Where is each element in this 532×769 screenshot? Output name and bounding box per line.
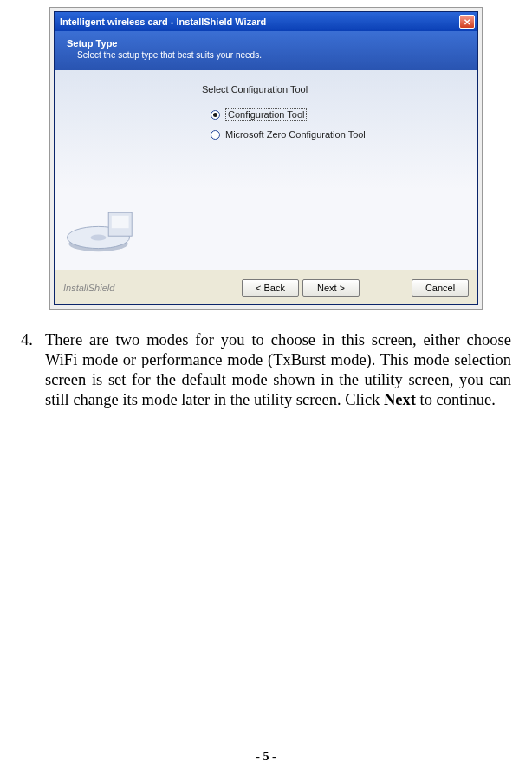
cd-artwork-icon <box>63 183 141 261</box>
wizard-header: Setup Type Select the setup type that be… <box>55 31 477 70</box>
instruction-paragraph: 4. There are two modes for you to choose… <box>21 330 511 411</box>
cancel-button[interactable]: Cancel <box>412 279 469 297</box>
setup-type-title: Setup Type <box>67 38 465 49</box>
radio-group: Configuration Tool Microsoft Zero Config… <box>211 108 366 140</box>
radio-label: Microsoft Zero Configuration Tool <box>225 129 366 140</box>
text-bold-next: Next <box>384 391 416 408</box>
setup-type-subtitle: Select the setup type that best suits yo… <box>77 50 465 60</box>
svg-point-2 <box>91 234 107 240</box>
wizard-window: Intelligent wireless card - InstallShiel… <box>54 11 478 305</box>
text-part-2: to continue. <box>416 391 496 408</box>
wizard-container: Intelligent wireless card - InstallShiel… <box>49 7 483 310</box>
close-button[interactable]: ✕ <box>459 15 475 29</box>
instruction-text: There are two modes for you to choose in… <box>45 330 511 411</box>
back-button[interactable]: < Back <box>242 279 299 297</box>
radio-icon <box>211 130 220 140</box>
radio-option-ms-zero[interactable]: Microsoft Zero Configuration Tool <box>211 129 366 140</box>
page-number: - 5 - <box>0 750 532 764</box>
list-number: 4. <box>21 330 45 411</box>
radio-label: Configuration Tool <box>225 108 307 121</box>
close-icon: ✕ <box>464 17 470 27</box>
radio-option-config-tool[interactable]: Configuration Tool <box>211 108 366 121</box>
window-title: Intelligent wireless card - InstallShiel… <box>60 16 459 27</box>
svg-rect-4 <box>112 216 129 228</box>
window-titlebar: Intelligent wireless card - InstallShiel… <box>55 12 477 31</box>
section-label: Select Configuration Tool <box>202 84 308 94</box>
installshield-brand: InstallShield <box>63 283 114 293</box>
next-button[interactable]: Next > <box>302 279 360 297</box>
wizard-footer: InstallShield < Back Next > Cancel <box>55 270 477 304</box>
radio-icon <box>211 110 220 120</box>
wizard-body: Select Configuration Tool Configuration … <box>55 70 477 270</box>
